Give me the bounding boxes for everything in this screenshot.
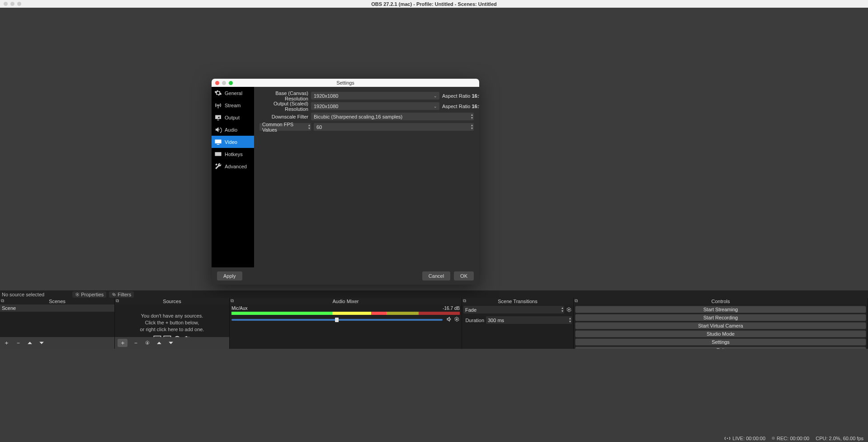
sources-list[interactable]: You don't have any sources. Click the + … <box>115 304 229 337</box>
settings-sidebar: General Stream Output Audio Video <box>212 87 254 267</box>
remove-source-button[interactable]: － <box>132 339 139 347</box>
transitions-dock: ⧉Scene Transitions Fade▴▾ Duration 300 m… <box>462 298 574 349</box>
transitions-title: Scene Transitions <box>498 299 537 304</box>
settings-cat-label: Video <box>225 139 237 145</box>
gear-icon[interactable] <box>566 307 572 313</box>
start-recording-button[interactable]: Start Recording <box>575 314 866 321</box>
source-up-button[interactable] <box>156 339 163 347</box>
wrench-icon <box>214 162 222 170</box>
downscale-filter-label: Downscale Filter <box>259 114 308 119</box>
docks: ⧉Scenes Scene ＋ － ⧉Sources You don't hav… <box>0 298 868 349</box>
sources-dock: ⧉Sources You don't have any sources. Cli… <box>115 298 230 349</box>
status-rec: REC: 00:00:00 <box>772 436 809 441</box>
settings-cat-output[interactable]: Output <box>212 111 254 124</box>
sources-title: Sources <box>163 299 181 304</box>
popout-icon[interactable]: ⧉ <box>575 298 578 304</box>
camera-icon <box>183 336 191 337</box>
gear-icon[interactable] <box>454 316 460 322</box>
speaker-icon[interactable] <box>446 316 452 322</box>
filters-button[interactable]: Filters <box>109 291 134 298</box>
keyboard-icon <box>214 150 222 158</box>
fps-value: 60 <box>316 124 322 130</box>
output-resolution-combo[interactable]: 1920x1080⌄ <box>311 102 439 110</box>
fps-mode-value: Common FPS Values <box>262 122 308 133</box>
studio-mode-button[interactable]: Studio Mode <box>575 330 866 337</box>
popout-icon[interactable]: ⧉ <box>1 298 4 304</box>
popout-icon[interactable]: ⧉ <box>116 298 119 304</box>
settings-cat-video[interactable]: Video <box>212 136 254 148</box>
mixer-track-name: Mic/Aux <box>231 306 248 311</box>
downscale-filter-combo[interactable]: Bicubic (Sharpened scaling,16 samples)▴▾ <box>311 113 474 120</box>
transition-type-value: Fade <box>465 307 476 313</box>
broadcast-icon <box>724 436 731 441</box>
properties-label: Properties <box>81 292 104 297</box>
globe-icon <box>173 336 181 337</box>
add-scene-button[interactable]: ＋ <box>3 339 10 347</box>
svg-rect-12 <box>185 336 187 337</box>
stepper-icon: ▴▾ <box>471 113 473 119</box>
duration-label: Duration <box>463 318 484 323</box>
status-bar: LIVE: 00:00:00 REC: 00:00:00 CPU: 2.0%, … <box>0 434 868 442</box>
audio-meter <box>231 312 460 315</box>
scene-item[interactable]: Scene <box>0 304 114 312</box>
gear-icon <box>75 292 80 297</box>
duration-value: 300 ms <box>488 318 504 323</box>
popout-icon[interactable]: ⧉ <box>231 298 234 304</box>
settings-button[interactable]: Settings <box>575 338 866 346</box>
svg-point-13 <box>147 342 148 344</box>
volume-slider[interactable] <box>231 319 443 321</box>
properties-button[interactable]: Properties <box>72 291 106 298</box>
svg-point-15 <box>568 309 570 310</box>
settings-cat-audio[interactable]: Audio <box>212 124 254 136</box>
exit-button[interactable]: Exit <box>575 347 866 349</box>
popout-icon[interactable]: ⧉ <box>463 298 466 304</box>
scenes-title: Scenes <box>49 299 66 304</box>
stepper-icon: ▴▾ <box>569 317 571 323</box>
ok-button[interactable]: OK <box>454 271 474 280</box>
fps-mode-combo[interactable]: Common FPS Values▴▾ <box>259 123 311 131</box>
no-source-label: No source selected <box>2 292 44 297</box>
mixer-level: -16.7 dB <box>443 306 460 311</box>
source-settings-button[interactable] <box>144 339 151 347</box>
base-resolution-combo[interactable]: 1920x1080⌄ <box>311 92 439 100</box>
settings-cat-stream[interactable]: Stream <box>212 99 254 111</box>
transition-type-combo[interactable]: Fade▴▾ <box>463 306 564 314</box>
scene-up-button[interactable] <box>26 339 33 347</box>
mixer-track: Mic/Aux -16.7 dB <box>230 304 462 322</box>
main-window-titlebar: OBS 27.2.1 (mac) - Profile: Untitled - S… <box>0 0 868 8</box>
svg-point-0 <box>77 294 78 295</box>
settings-cat-label: Advanced <box>225 164 247 169</box>
chevron-down-icon: ⌄ <box>434 94 437 98</box>
add-source-button[interactable]: ＋ <box>118 339 127 347</box>
base-resolution-label: Base (Canvas) Resolution <box>259 90 308 101</box>
preview-area[interactable]: Settings General Stream Output Audio <box>0 8 868 290</box>
remove-scene-button[interactable]: － <box>14 339 22 347</box>
mixer-title: Audio Mixer <box>332 299 359 304</box>
scene-down-button[interactable] <box>38 339 45 347</box>
settings-cat-general[interactable]: General <box>212 87 254 99</box>
svg-rect-3 <box>154 336 160 337</box>
settings-titlebar: Settings <box>212 79 479 87</box>
base-aspect-ratio: Aspect Ratio 16:9 <box>442 93 474 99</box>
chevron-down-icon: ⌄ <box>434 104 437 109</box>
settings-dialog: Settings General Stream Output Audio <box>212 79 479 285</box>
start-streaming-button[interactable]: Start Streaming <box>575 306 866 313</box>
settings-cat-label: General <box>225 90 242 96</box>
svg-point-16 <box>727 437 728 438</box>
cancel-button[interactable]: Cancel <box>422 271 450 280</box>
settings-cat-advanced[interactable]: Advanced <box>212 160 254 172</box>
apply-button[interactable]: Apply <box>217 271 242 280</box>
fps-value-combo[interactable]: 60▴▾ <box>314 123 474 131</box>
settings-cat-label: Output <box>225 115 240 120</box>
stepper-icon: ▴▾ <box>561 306 563 313</box>
source-down-button[interactable] <box>167 339 175 347</box>
gear-icon <box>214 89 222 97</box>
settings-cat-label: Audio <box>225 127 237 133</box>
duration-spinbox[interactable]: 300 ms▴▾ <box>486 316 572 324</box>
start-virtualcam-button[interactable]: Start Virtual Camera <box>575 322 866 329</box>
settings-cat-hotkeys[interactable]: Hotkeys <box>212 148 254 160</box>
svg-point-14 <box>456 318 458 320</box>
downscale-filter-value: Bicubic (Sharpened scaling,16 samples) <box>314 114 402 119</box>
stream-icon <box>214 101 222 109</box>
settings-title: Settings <box>212 80 479 86</box>
